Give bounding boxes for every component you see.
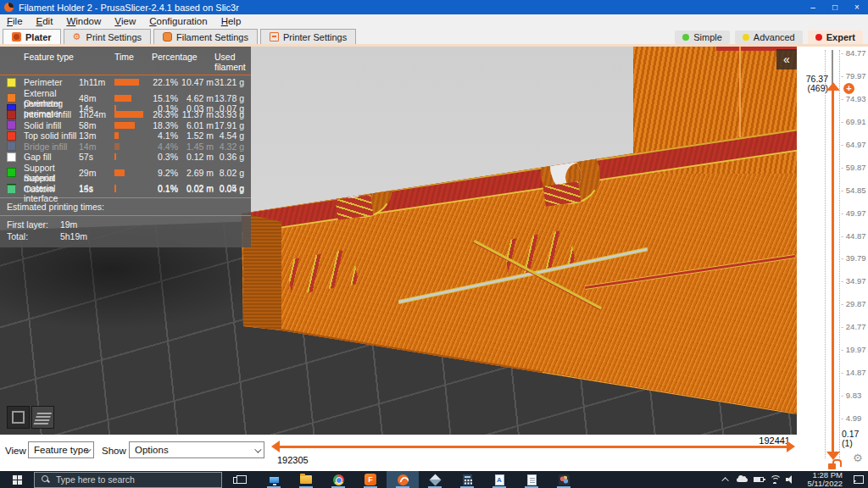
- layer-tick-label: 4.99: [841, 413, 866, 423]
- taskbar-search-input[interactable]: Type here to search: [34, 472, 222, 488]
- volume-icon: [786, 475, 796, 484]
- move-slider-right-arrow[interactable]: [787, 441, 795, 452]
- feature-time: 1h11m: [79, 77, 114, 87]
- action-center-button[interactable]: [849, 471, 868, 488]
- minimize-button[interactable]: –: [802, 0, 824, 14]
- taskbar-app-wordpad[interactable]: A: [483, 471, 515, 488]
- remote-desktop-icon: [269, 476, 280, 484]
- taskbar-app-fusion360[interactable]: F: [354, 471, 387, 488]
- taskbar-app-3d-viewer[interactable]: [419, 471, 451, 488]
- taskbar-clock[interactable]: 1:28 PM 5/11/2022: [798, 471, 849, 488]
- feature-percentage: 0.1%: [148, 184, 178, 194]
- unlock-icon[interactable]: [828, 459, 838, 469]
- tray-wifi-button[interactable]: [766, 471, 782, 488]
- mode-button-advanced[interactable]: Advanced: [735, 30, 803, 44]
- percentage-bar: [114, 79, 148, 86]
- feature-weight: 4.32 g: [214, 141, 244, 152]
- feature-label: Perimeter: [24, 77, 79, 87]
- taskbar-app-prusaslicer[interactable]: [387, 471, 419, 488]
- tray-cloud-button[interactable]: [734, 471, 750, 488]
- legend-row[interactable]: Gap fill57s0.3%0.12 m0.36 g: [0, 152, 251, 163]
- taskbar-app-photos[interactable]: [548, 471, 580, 488]
- photos-icon: [559, 474, 570, 485]
- taskbar-app-file-explorer[interactable]: [290, 471, 322, 488]
- tray-battery-button[interactable]: [750, 471, 766, 488]
- tab-label: Printer Settings: [283, 32, 347, 42]
- taskbar-app-chrome[interactable]: [322, 471, 354, 488]
- window-title: Filament Holder 2 - PrusaSlicer-2.4.1 ba…: [19, 3, 239, 13]
- taskbar-app-notepad[interactable]: [515, 471, 548, 488]
- 3d-viewport[interactable]: Feature type Time Percentage Used filame…: [0, 47, 797, 435]
- percentage-bar: [114, 95, 148, 102]
- layer-slider-track[interactable]: [832, 89, 834, 455]
- taskbar-app-calculator[interactable]: [451, 471, 483, 488]
- windows-taskbar: Type here to search FA 1:28 PM 5/11/2022: [0, 471, 868, 488]
- bottom-layer-label: 0.17 (1): [842, 430, 859, 448]
- close-button[interactable]: ×: [846, 0, 868, 14]
- move-slider-left-arrow[interactable]: [271, 441, 280, 452]
- feature-length: 1.45 m: [178, 141, 214, 152]
- feature-label: Bridge infill: [24, 141, 79, 152]
- menu-item-help[interactable]: Help: [214, 14, 248, 28]
- first-layer-time: First layer: 19m: [0, 219, 251, 230]
- prusaslicer-logo-icon: [4, 3, 14, 12]
- maximize-button[interactable]: □: [824, 0, 846, 14]
- percentage-bar-fill: [114, 169, 125, 176]
- tab-plater[interactable]: Plater: [3, 29, 61, 44]
- add-color-change-button[interactable]: +: [843, 83, 854, 94]
- tray-chevron-up-button[interactable]: [718, 471, 734, 488]
- overhang-line: [570, 141, 590, 147]
- menu-item-window[interactable]: Window: [59, 14, 108, 28]
- cube-icon: [12, 411, 25, 424]
- layer-slider-panel: 84.7779.9774.9369.9164.9759.8754.8549.97…: [797, 47, 868, 471]
- menu-item-file[interactable]: File: [0, 14, 30, 28]
- legend-row[interactable]: Perimeter1h11m22.1%10.47 m31.21 g: [0, 77, 251, 88]
- mode-button-simple[interactable]: Simple: [675, 30, 730, 44]
- percentage-bar: [114, 143, 148, 150]
- editor-view-button[interactable]: [7, 406, 30, 429]
- taskbar-app-task-view[interactable]: [225, 471, 258, 488]
- layer-tick-label: 34.97: [841, 276, 866, 286]
- percentage-bar-fill: [114, 122, 135, 129]
- slider-settings-gear-icon[interactable]: ⚙: [853, 452, 863, 464]
- layer-tick-label: 79.97: [841, 71, 866, 80]
- legend-row[interactable]: Bridge infill14m4.4%1.45 m4.32 g: [0, 141, 251, 152]
- layer-tick-label: 84.77: [841, 48, 866, 58]
- wifi-icon: [769, 475, 781, 484]
- collapse-sidebar-button[interactable]: «: [776, 49, 797, 69]
- taskbar-app-remote-desktop[interactable]: [258, 471, 290, 488]
- feature-length: 11.37 m: [178, 109, 214, 119]
- move-slider-track[interactable]: [280, 446, 787, 448]
- legend-row[interactable]: External perimeter48m15.1%4.62 m13.78 g: [0, 88, 251, 99]
- file-explorer-icon: [300, 475, 312, 484]
- legend-row[interactable]: Top solid infill13m4.1%1.52 m4.54 g: [0, 130, 251, 141]
- feature-length: 2.69 m: [178, 168, 214, 178]
- layer-slider-top-handle[interactable]: [826, 82, 840, 91]
- tab-filament-settings[interactable]: Filament Settings: [153, 29, 258, 44]
- feature-weight: 0.04 g: [214, 184, 244, 194]
- title-bar: Filament Holder 2 - PrusaSlicer-2.4.1 ba…: [0, 0, 868, 14]
- preview-view-button[interactable]: [31, 406, 54, 429]
- feature-time: 13m: [79, 130, 114, 141]
- legend-row[interactable]: Support material29m9.2%2.69 m8.02 g: [0, 163, 251, 174]
- feature-color-swatch: [7, 110, 16, 119]
- legend-row[interactable]: Internal infill1h24m26.3%11.37 m33.93 g: [0, 109, 251, 120]
- feature-color-swatch: [7, 120, 16, 130]
- start-button[interactable]: [0, 471, 34, 488]
- show-select[interactable]: Options: [129, 441, 264, 458]
- tab-print-settings[interactable]: ⚙Print Settings: [64, 29, 151, 44]
- menu-item-view[interactable]: View: [108, 14, 142, 28]
- wall-corner-edge: [739, 47, 741, 148]
- view-select[interactable]: Feature type: [28, 441, 94, 458]
- feature-label: Internal infill: [24, 109, 79, 119]
- legend-row[interactable]: Custom15s0.1%0.02 m0.04 g: [0, 184, 251, 195]
- menu-item-edit[interactable]: Edit: [30, 14, 60, 28]
- hook-cutout-right: [541, 143, 600, 204]
- tray-volume-button[interactable]: [782, 471, 798, 488]
- menu-item-configuration[interactable]: Configuration: [142, 14, 214, 28]
- feature-color-swatch: [7, 131, 16, 141]
- mode-button-expert[interactable]: Expert: [808, 30, 863, 44]
- percentage-bar: [114, 186, 148, 192]
- legend-row[interactable]: Solid infill58m18.3%6.01 m17.91 g: [0, 119, 251, 130]
- tab-printer-settings[interactable]: Printer Settings: [260, 29, 356, 44]
